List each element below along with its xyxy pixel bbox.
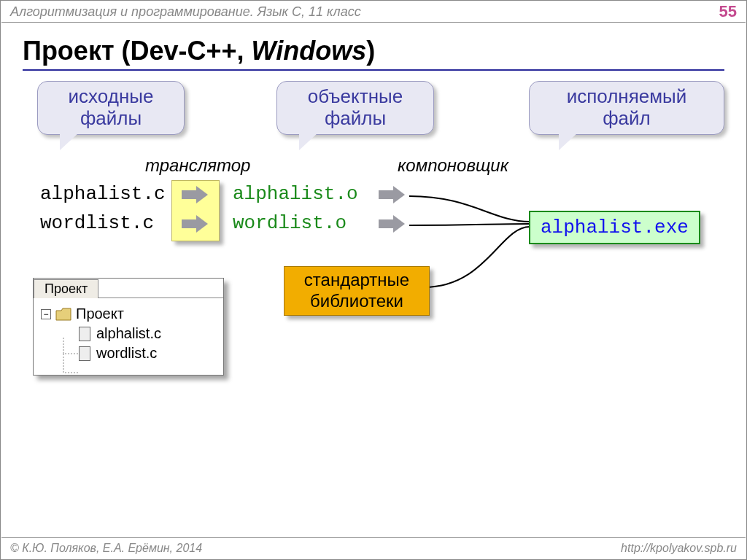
title-underline: [23, 69, 724, 71]
arrow-icon: [379, 215, 405, 233]
label-linker: компоновщик: [398, 155, 508, 176]
title-italic: Windows: [252, 36, 367, 66]
callout-source-line2: файлы: [80, 107, 142, 129]
file-icon: [79, 346, 90, 361]
stdlib-box: стандартные библиотеки: [284, 266, 430, 316]
obj-file-1: alphalist.o: [233, 183, 358, 205]
tree-file-row[interactable]: wordlist.c: [79, 345, 216, 362]
callout-exe-line2: файл: [603, 107, 651, 129]
callout-source-files: исходные файлы: [37, 81, 185, 135]
arrow-icon: [182, 215, 208, 233]
obj-file-2: wordlist.o: [233, 212, 347, 234]
callout-object-line1: объектные: [308, 85, 403, 107]
tree-file-1: alphalist.c: [96, 325, 161, 342]
callout-object-line2: файлы: [325, 107, 386, 129]
stdlib-line1: стандартные: [304, 270, 409, 289]
src-file-2: wordlist.c: [40, 212, 154, 234]
tree-file-2: wordlist.c: [96, 345, 157, 362]
arrow-icon: [379, 186, 405, 203]
title-post: ): [366, 36, 375, 66]
slide-title: Проект (Dev-C++, Windows): [23, 36, 375, 66]
folder-icon: [55, 308, 71, 321]
title-pre: Проект (Dev-C++,: [23, 36, 252, 66]
arrow-icon: [182, 186, 208, 203]
page-number: 55: [719, 2, 737, 21]
tree-collapse-icon[interactable]: −: [41, 309, 51, 319]
footer-right: http://kpolyakov.spb.ru: [621, 542, 737, 555]
project-tab[interactable]: Проект: [34, 279, 98, 298]
src-file-1: alphalist.c: [40, 183, 166, 205]
stdlib-line2: библиотеки: [310, 291, 403, 311]
slide: Алгоритмизация и программирование. Язык …: [0, 0, 747, 560]
exe-box: alphalist.exe: [529, 211, 700, 244]
file-icon: [79, 327, 90, 341]
tree-root-label: Проект: [76, 306, 124, 322]
label-translator: транслятор: [145, 155, 250, 176]
project-tree: − Проект alphalist.c wordlist.c: [34, 298, 223, 375]
project-panel: Проект − Проект alphalist.c wordlist.c: [33, 278, 224, 376]
footer-bar: © К.Ю. Поляков, Е.А. Ерёмин, 2014 http:/…: [1, 537, 746, 559]
tree-root-row[interactable]: − Проект: [41, 306, 216, 322]
callout-exe-file: исполняемый файл: [529, 81, 724, 135]
tree-file-row[interactable]: alphalist.c: [79, 325, 216, 342]
footer-left: © К.Ю. Поляков, Е.А. Ерёмин, 2014: [10, 542, 202, 555]
link-curves: [406, 189, 566, 320]
callout-exe-line1: исполняемый: [567, 85, 687, 107]
project-tab-label: Проект: [44, 281, 88, 296]
header-bar: Алгоритмизация и программирование. Язык …: [1, 1, 746, 23]
course-label: Алгоритмизация и программирование. Язык …: [10, 4, 361, 20]
callout-object-files: объектные файлы: [276, 81, 434, 135]
exe-filename: alphalist.exe: [541, 217, 689, 238]
callout-source-line1: исходные: [69, 85, 154, 107]
